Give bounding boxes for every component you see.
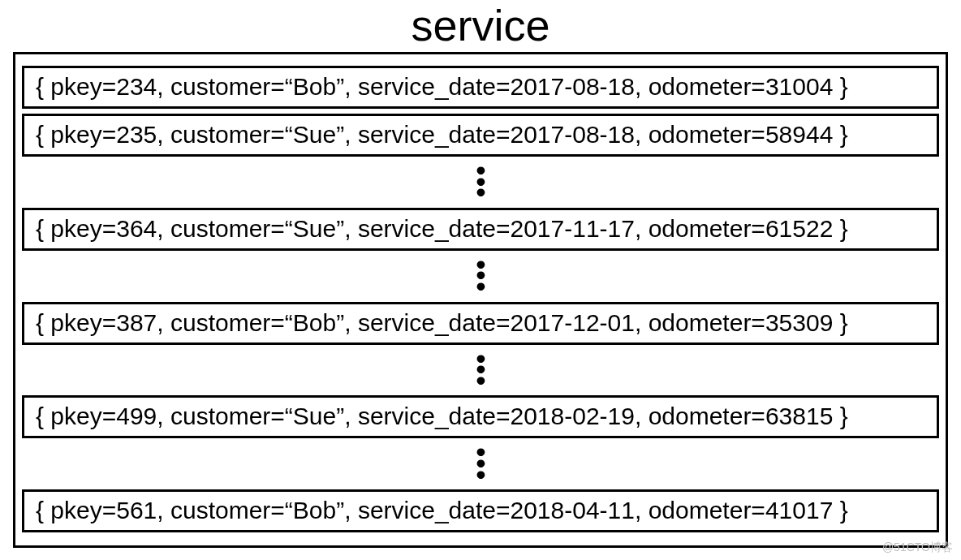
- service-table-container: { pkey=234, customer=“Bob”, service_date…: [13, 52, 948, 548]
- record-row: { pkey=387, customer=“Bob”, service_date…: [22, 302, 939, 345]
- diagram-title: service: [0, 0, 961, 49]
- record-row: { pkey=561, customer=“Bob”, service_date…: [22, 489, 939, 532]
- vertical-ellipsis-icon: •••: [22, 446, 939, 480]
- record-row: { pkey=234, customer=“Bob”, service_date…: [22, 66, 939, 109]
- vertical-ellipsis-icon: •••: [22, 353, 939, 386]
- record-row: { pkey=235, customer=“Sue”, service_date…: [22, 114, 939, 157]
- record-row: { pkey=499, customer=“Sue”, service_date…: [22, 395, 939, 438]
- vertical-ellipsis-icon: •••: [22, 165, 939, 198]
- vertical-ellipsis-icon: •••: [22, 259, 939, 292]
- record-row: { pkey=364, customer=“Sue”, service_date…: [22, 208, 939, 251]
- watermark-text: @51CTO博客: [882, 541, 953, 555]
